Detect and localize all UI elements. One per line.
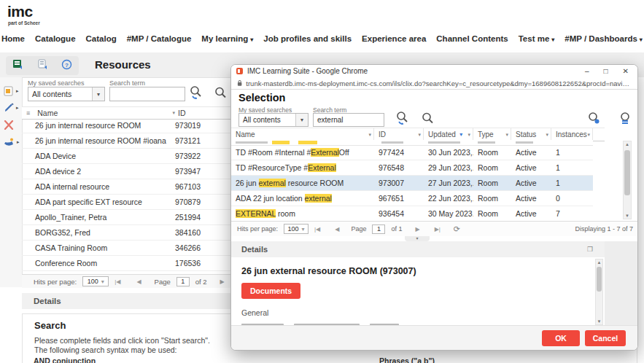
details-scrollbar[interactable]: ▲ ▼ (595, 259, 603, 325)
cell-name: BORG352, Fred (22, 228, 175, 237)
cell-name: 26 jun internal resource ROOM #ioana (22, 136, 175, 145)
table-row[interactable]: 26 jun internal resource ROOM973019 (22, 118, 233, 133)
filter-caret-icon[interactable]: ▾ (505, 132, 508, 138)
main-nav: HomeCatalogueCatalog#MP / CatalogueMy le… (1, 34, 644, 47)
nav-item-channel-contents[interactable]: Channel Contents (436, 34, 508, 47)
nav-item-job-profiles-and-skills[interactable]: Job profiles and skills (263, 34, 352, 47)
column-type[interactable]: Type▾ (473, 128, 511, 141)
cancel-button[interactable]: Cancel (585, 330, 626, 346)
search-highlight: EXTERNAL (236, 209, 276, 218)
sort-desc-icon[interactable]: ▼ (459, 132, 464, 137)
dialog-hits-per-page-select[interactable]: 100▾ (284, 224, 309, 234)
table-row[interactable]: ADA device 2973947 (22, 164, 233, 179)
maximize-button[interactable]: □ (604, 67, 608, 75)
edit-button[interactable]: ▸ (4, 103, 19, 113)
cell-id: 251994 (175, 213, 233, 222)
cell-id: 976548 (374, 163, 424, 172)
column-chooser-icon[interactable]: ≡ (26, 109, 30, 117)
caret-right-icon[interactable]: ▸ (16, 105, 19, 111)
nav-item-catalog[interactable]: Catalog (86, 34, 117, 47)
first-page-icon[interactable]: |◀ (115, 278, 120, 285)
filter-caret-icon[interactable]: ▾ (172, 110, 175, 116)
filter-caret-icon[interactable]: ▾ (368, 132, 371, 138)
table-row[interactable]: ADA internal resource967103 (22, 179, 233, 195)
chevron-down-icon: ▾ (302, 226, 305, 233)
cell-name: ADA internal resource (22, 182, 175, 191)
table-row[interactable]: Apollo_Trainer, Petra251994 (22, 210, 233, 225)
nav-item-home[interactable]: Home (1, 34, 25, 47)
filter-caret-icon[interactable]: ▾ (587, 132, 590, 138)
table-row[interactable]: CASA Training Room346266 (22, 241, 233, 256)
column-label: Type (478, 130, 494, 138)
caret-right-icon[interactable]: ▸ (16, 88, 19, 94)
next-page-icon[interactable]: ▶ (415, 226, 419, 233)
refresh-icon[interactable]: ⟳ (454, 225, 460, 234)
panel-splitter[interactable]: ▾ (231, 235, 603, 241)
cell-name: 26 jun external resource ROOM (231, 179, 374, 187)
table-row[interactable]: ADA 22 jun location external96765122 Jun… (231, 191, 593, 206)
nav-item-experience-area[interactable]: Experience area (362, 34, 426, 47)
nav-item-my-learning[interactable]: My learning▾ (201, 34, 253, 47)
filter-caret-icon[interactable]: ▾ (546, 132, 548, 138)
saved-searches-dropdown[interactable]: All contents ▾ (28, 87, 105, 101)
table-row[interactable]: TD #ResourceType #External97654829 Jun 2… (231, 160, 593, 176)
save-search-icon[interactable] (586, 111, 602, 129)
dialog-page-input[interactable]: 1 (372, 225, 385, 234)
start-search-icon[interactable] (188, 85, 204, 104)
search-settings-icon[interactable] (618, 111, 633, 129)
prev-page-icon[interactable]: ◀ (136, 278, 141, 285)
column-instances[interactable]: Instances▾ (551, 128, 593, 141)
cell-status: Active (511, 148, 551, 157)
help-icon[interactable]: ? (61, 59, 72, 73)
new-resource-button[interactable]: ▸ (4, 86, 19, 96)
nav-item-test-me[interactable]: Test me▾ (519, 34, 555, 47)
column-id[interactable]: ID (178, 109, 233, 117)
dialog-search-term-input[interactable]: external (313, 113, 384, 127)
search-term-input[interactable] (109, 87, 185, 101)
search-icon[interactable] (214, 86, 228, 103)
chevron-down-icon[interactable]: ▾ (92, 87, 104, 101)
table-row[interactable]: 26 jun external resource ROOM97300727 Ju… (231, 176, 593, 191)
filter-caret-icon[interactable]: ▾ (418, 132, 421, 138)
dialog-table-scrollbar[interactable]: ▲ ▼ (623, 141, 632, 219)
prev-page-icon[interactable]: ◀ (335, 226, 339, 233)
export-excel-icon[interactable] (12, 59, 25, 73)
ok-button[interactable]: OK (542, 330, 580, 346)
page-input[interactable]: 1 (176, 277, 190, 286)
table-row[interactable]: TD #Room #Internal #ExternalOff97742430 … (231, 145, 593, 160)
nav-item-mp-dashboards[interactable]: #MP / Dashboards▾ (565, 34, 643, 47)
first-page-icon[interactable]: |◀ (314, 226, 320, 233)
dialog-search-icon[interactable] (421, 112, 435, 128)
last-page-icon[interactable]: ▶| (435, 226, 441, 233)
dialog-start-search-icon[interactable] (395, 110, 411, 129)
column-name[interactable]: Name▾ (231, 128, 374, 141)
assign-button[interactable]: ▸ (4, 137, 20, 147)
hits-per-page-select[interactable]: 100▾ (82, 276, 109, 286)
cell-updated: 27 Jun 2023,... (424, 179, 473, 187)
column-status[interactable]: Status▾ (511, 128, 551, 141)
next-page-icon[interactable]: ▶ (220, 278, 225, 285)
column-name[interactable]: Name (37, 109, 58, 117)
documents-button[interactable]: Documents (241, 283, 300, 299)
column-id[interactable]: ID▾ (374, 128, 424, 141)
filter-caret-icon[interactable]: ▾ (468, 132, 470, 138)
collapse-panel-icon[interactable]: ❐ (587, 246, 593, 253)
table-row[interactable]: BORG352, Fred384160 (22, 225, 233, 241)
nav-item-mp-catalogue[interactable]: #MP / Catalogue (127, 34, 192, 47)
chevron-down-icon[interactable]: ▾ (295, 114, 308, 126)
table-row[interactable]: 26 jun internal resource ROOM #ioana9731… (22, 133, 233, 149)
table-row[interactable]: ADA part specific EXT resource970879 (22, 195, 233, 210)
caret-right-icon[interactable]: ▸ (17, 139, 20, 145)
nav-item-catalogue[interactable]: Catalogue (35, 34, 76, 47)
table-row[interactable]: ADA Device973922 (22, 149, 233, 164)
dialog-saved-searches-dropdown[interactable]: All contents ▾ (238, 113, 309, 127)
close-button[interactable]: ✕ (623, 67, 629, 75)
column-updated[interactable]: Updated▼▾ (424, 128, 473, 141)
minimize-button[interactable]: – (585, 67, 589, 75)
dialog-details-header[interactable]: Details ❐ (231, 241, 605, 257)
cell-instances: 0 (551, 194, 593, 203)
export-report-icon[interactable] (37, 59, 49, 73)
delete-button[interactable] (4, 120, 14, 130)
table-row[interactable]: EXTERNAL room93645430 May 2023...RoomAct… (231, 206, 593, 222)
table-row[interactable]: Conference Room176536 (22, 256, 233, 271)
